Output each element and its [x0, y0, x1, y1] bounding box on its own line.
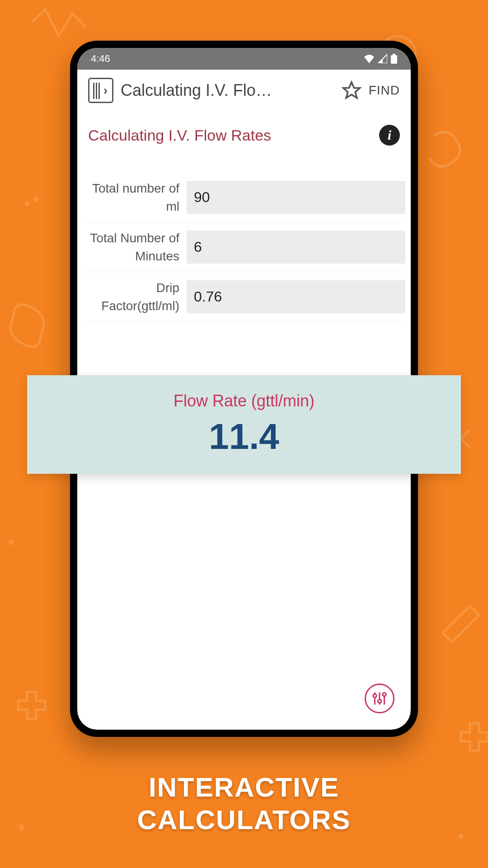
find-button[interactable]: FIND [369, 83, 400, 98]
svg-point-4 [10, 541, 13, 544]
info-icon[interactable]: i [379, 125, 400, 146]
wifi-icon [364, 54, 375, 63]
calculator-form: Total number of ml Total Number of Minut… [77, 155, 411, 322]
svg-rect-6 [391, 55, 397, 64]
result-card: Flow Rate (gttl/min) 11.4 [27, 375, 461, 474]
field-label: Total Number of Minutes [83, 229, 187, 264]
nav-drawer-icon[interactable] [88, 78, 113, 103]
app-bar: Calculating I.V. Flo… FIND [77, 70, 411, 111]
caption-line2: CALCULATORS [0, 804, 488, 836]
caption-line1: INTERACTIVE [0, 771, 488, 804]
favorite-star-icon[interactable] [342, 80, 361, 100]
app-bar-title: Calculating I.V. Flo… [121, 81, 334, 100]
status-bar: 4:46 [77, 48, 411, 70]
status-time: 4:46 [91, 53, 110, 65]
signal-icon [378, 54, 387, 63]
sliders-icon [371, 690, 388, 707]
field-input-drip[interactable] [187, 280, 405, 313]
svg-point-13 [383, 693, 386, 696]
svg-point-3 [35, 198, 38, 200]
settings-fab[interactable] [365, 684, 394, 713]
status-icons [364, 54, 397, 64]
svg-rect-7 [393, 54, 395, 56]
field-row-drip: Drip Factor(gttl/ml) [83, 272, 405, 322]
battery-icon [391, 54, 397, 64]
promo-caption: INTERACTIVE CALCULATORS [0, 771, 488, 836]
page-header: Calculating I.V. Flow Rates i [77, 111, 411, 155]
result-value: 11.4 [36, 416, 452, 458]
field-input-ml[interactable] [187, 181, 405, 214]
svg-point-9 [373, 694, 377, 698]
field-row-minutes: Total Number of Minutes [83, 222, 405, 272]
svg-point-11 [378, 699, 381, 703]
svg-point-2 [26, 202, 28, 205]
result-label: Flow Rate (gttl/min) [36, 392, 452, 410]
field-input-minutes[interactable] [187, 231, 405, 264]
page-title: Calculating I.V. Flow Rates [88, 127, 271, 144]
field-label: Total number of ml [83, 179, 187, 215]
field-label: Drip Factor(gttl/ml) [83, 279, 187, 314]
field-row-ml: Total number of ml [83, 173, 405, 222]
